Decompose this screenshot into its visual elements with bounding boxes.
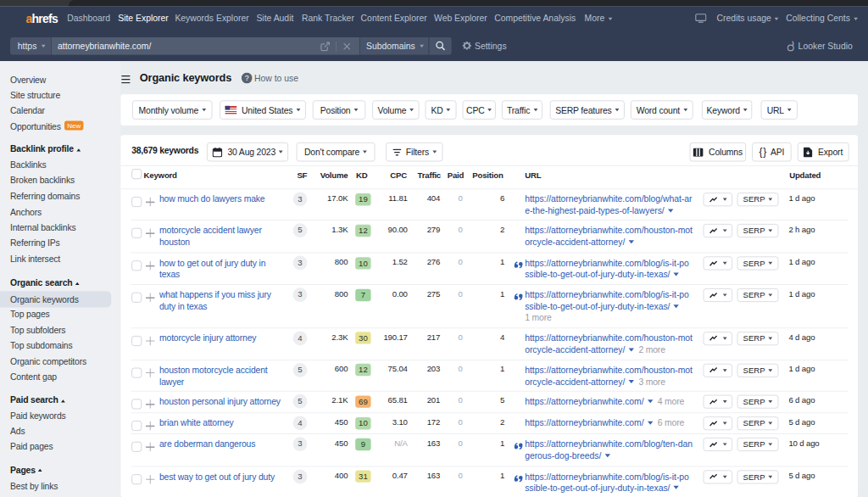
svg-text:?: ? — [245, 74, 249, 82]
